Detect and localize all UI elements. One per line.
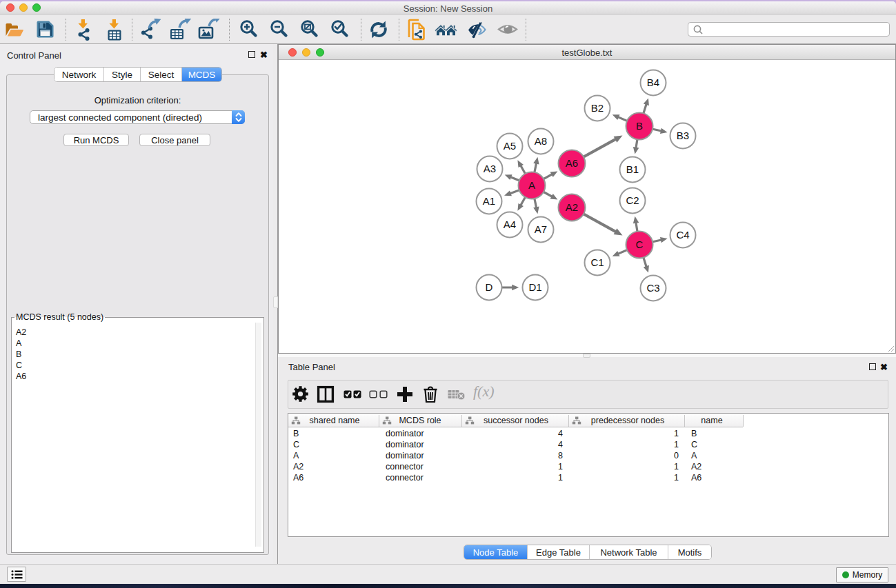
svg-text:B4: B4 (647, 77, 659, 88)
svg-text:A2: A2 (566, 201, 578, 213)
svg-text:A1: A1 (483, 195, 495, 207)
svg-text:B3: B3 (677, 130, 689, 141)
svg-text:A: A (528, 179, 535, 191)
svg-text:D1: D1 (528, 281, 541, 293)
svg-text:A5: A5 (504, 140, 516, 152)
svg-text:A6: A6 (566, 157, 578, 169)
svg-text:C2: C2 (626, 194, 639, 206)
svg-text:A4: A4 (504, 219, 516, 230)
svg-text:A8: A8 (535, 135, 547, 147)
svg-text:C4: C4 (676, 229, 689, 241)
svg-text:B2: B2 (591, 102, 604, 114)
svg-text:C3: C3 (646, 282, 659, 294)
svg-text:C: C (636, 239, 644, 250)
svg-text:B: B (636, 120, 643, 132)
svg-text:B1: B1 (626, 163, 639, 175)
svg-text:D: D (486, 281, 493, 293)
svg-text:A7: A7 (535, 223, 547, 235)
svg-text:A3: A3 (484, 163, 496, 174)
svg-text:C1: C1 (590, 256, 604, 268)
